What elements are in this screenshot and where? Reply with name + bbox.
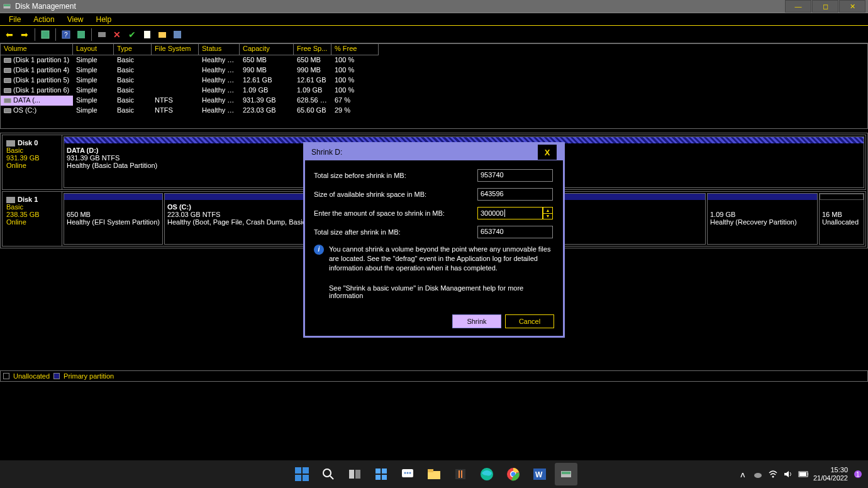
col-layout[interactable]: Layout <box>73 44 114 55</box>
explorer-icon[interactable] <box>423 463 445 485</box>
properties-icon[interactable] <box>74 28 88 42</box>
legend-unalloc-box <box>3 373 9 379</box>
svg-rect-12 <box>349 470 354 479</box>
spinner[interactable]: ▲▼ <box>543 207 553 219</box>
search-icon[interactable] <box>317 463 340 485</box>
menu-help[interactable]: Help <box>90 14 118 25</box>
label-total-before: Total size before shrink in MB: <box>314 172 477 179</box>
svg-rect-34 <box>562 472 570 474</box>
svg-rect-13 <box>355 470 360 479</box>
col-capacity[interactable]: Capacity <box>240 44 294 55</box>
disk-icon <box>6 140 15 147</box>
table-row[interactable]: OS (C:)SimpleBasicNTFSHealthy (B...223.0… <box>1 106 867 116</box>
word-icon[interactable]: W <box>528 463 551 485</box>
spin-up-icon: ▲ <box>543 208 552 214</box>
menu-file[interactable]: File <box>3 14 27 25</box>
dialog-titlebar: Shrink D: X <box>305 144 563 160</box>
svg-rect-14 <box>376 469 381 474</box>
tray-onedrive-icon[interactable] <box>753 469 763 479</box>
disk-info: Disk 1 Basic 238.35 GB Online <box>3 192 62 246</box>
svg-rect-17 <box>382 475 387 480</box>
tray-volume-icon[interactable] <box>783 469 793 479</box>
label-enter-amount: Enter the amount of space to shrink in M… <box>314 209 477 217</box>
field-available: 643596 <box>477 188 553 201</box>
delete-icon[interactable]: ✕ <box>110 28 124 42</box>
label-total-after: Total size after shrink in MB: <box>314 228 477 236</box>
back-button[interactable]: ⬅ <box>3 28 16 42</box>
dialog-help-text: See "Shrink a basic volume" in Disk Mana… <box>329 284 554 299</box>
legend-primary-label: Primary partition <box>64 372 114 380</box>
disk-icon <box>6 197 15 203</box>
svg-rect-15 <box>382 469 387 474</box>
col-status[interactable]: Status <box>199 44 240 55</box>
help-icon[interactable]: ? <box>59 28 73 42</box>
diskmgmt-taskbar-icon[interactable] <box>555 463 577 485</box>
partition-recovery[interactable]: 1.09 GB Healthy (Recovery Partition) <box>707 193 818 245</box>
taskview-icon[interactable] <box>343 463 366 485</box>
svg-text:W: W <box>535 470 543 479</box>
partition-unallocated[interactable]: 16 MB Unallocated <box>819 193 864 245</box>
new-icon[interactable] <box>140 28 154 42</box>
app-icon-1[interactable] <box>449 463 472 485</box>
svg-rect-38 <box>808 473 808 475</box>
col-pctfree[interactable]: % Free <box>331 44 379 55</box>
partition-efi[interactable]: 650 MB Healthy (EFI System Partition) <box>64 193 163 245</box>
table-row[interactable]: (Disk 1 partition 4)SimpleBasicHealthy (… <box>1 65 867 75</box>
dialog-info-text: You cannot shrink a volume beyond the po… <box>329 245 554 273</box>
dialog-close-button[interactable]: X <box>538 145 557 160</box>
close-button[interactable]: ✕ <box>839 0 865 13</box>
forward-button[interactable]: ➡ <box>18 28 31 42</box>
tray-notification-icon[interactable]: 1 <box>853 469 863 479</box>
svg-rect-23 <box>428 469 433 472</box>
edge-icon[interactable] <box>476 463 498 485</box>
svg-text:?: ? <box>64 31 68 38</box>
list-icon[interactable] <box>170 28 184 42</box>
tray-wifi-icon[interactable] <box>768 469 778 479</box>
svg-rect-24 <box>455 469 465 479</box>
svg-rect-1 <box>4 4 10 6</box>
check-icon[interactable]: ✔ <box>125 28 139 42</box>
col-filesystem[interactable]: File System <box>152 44 199 55</box>
svg-rect-6 <box>98 32 106 37</box>
maximize-button[interactable]: ◻ <box>812 0 838 13</box>
folder-icon[interactable] <box>155 28 169 42</box>
app-icon <box>3 2 11 11</box>
widgets-icon[interactable] <box>370 463 392 485</box>
minimize-button[interactable]: — <box>785 0 811 13</box>
start-button[interactable] <box>291 463 313 485</box>
spin-down-icon: ▼ <box>543 214 552 219</box>
col-type[interactable]: Type <box>114 44 152 55</box>
table-row[interactable]: (Disk 1 partition 6)SimpleBasicHealthy (… <box>1 86 867 96</box>
shrink-button[interactable]: Shrink <box>452 314 501 328</box>
tray-chevron-icon[interactable]: ʌ <box>738 469 748 479</box>
svg-rect-9 <box>174 31 181 38</box>
taskbar-clock[interactable]: 15:30 21/04/2022 <box>813 466 848 482</box>
computer-icon[interactable] <box>95 28 109 42</box>
svg-point-19 <box>404 472 406 474</box>
dialog-title: Shrink D: <box>311 148 342 157</box>
tray-battery-icon[interactable] <box>798 469 808 479</box>
menu-view[interactable]: View <box>61 14 90 25</box>
table-row[interactable]: (Disk 1 partition 1)SimpleBasicHealthy (… <box>1 55 867 65</box>
info-icon: i <box>314 245 324 255</box>
svg-rect-8 <box>159 32 166 38</box>
svg-point-21 <box>409 472 411 474</box>
chat-icon[interactable] <box>396 463 419 485</box>
col-volume[interactable]: Volume <box>1 44 73 55</box>
toolbar: ⬅ ➡ ? ✕ ✔ <box>0 26 868 43</box>
chrome-icon[interactable] <box>502 463 525 485</box>
disk-info: Disk 0 Basic 931.39 GB Online <box>3 135 62 189</box>
col-freespace[interactable]: Free Sp... <box>294 44 331 55</box>
svg-text:1: 1 <box>856 471 860 478</box>
svg-rect-25 <box>459 470 460 478</box>
svg-rect-26 <box>461 470 462 478</box>
svg-rect-7 <box>144 31 150 38</box>
cancel-button[interactable]: Cancel <box>505 314 554 328</box>
label-available: Size of available shrink space in MB: <box>314 191 477 198</box>
shrink-amount-input[interactable]: 300000 <box>477 207 543 219</box>
table-row[interactable]: DATA (...SimpleBasicNTFSHealthy (B...931… <box>1 96 867 106</box>
field-total-before: 953740 <box>477 169 553 182</box>
refresh-icon[interactable] <box>38 28 52 42</box>
table-row[interactable]: (Disk 1 partition 5)SimpleBasicHealthy (… <box>1 75 867 86</box>
menu-action[interactable]: Action <box>27 14 60 25</box>
